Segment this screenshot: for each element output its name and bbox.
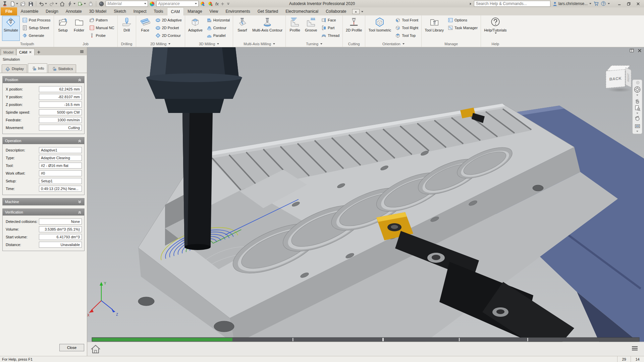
time-field[interactable]: 0:49:13 (22.2%) New... — [39, 186, 82, 192]
tab-file[interactable]: File — [1, 7, 17, 15]
help-tutorials-dropdown[interactable] — [495, 33, 497, 34]
material-dropdown-arrow[interactable] — [144, 3, 146, 4]
drill-button[interactable]: Drill — [119, 16, 135, 41]
feedrate-field[interactable]: 1000 mm/min — [39, 117, 82, 123]
view-cube-right-face[interactable]: RIGHT — [626, 67, 631, 87]
iproperties-dropdown[interactable] — [73, 3, 75, 4]
doc-tab-cam[interactable]: CAM — [16, 49, 35, 55]
tab-cam[interactable]: CAM — [167, 7, 184, 15]
generate-button[interactable]: Generate — [20, 32, 52, 39]
spindle-speed-field[interactable]: 5000 rpm CW — [39, 109, 82, 115]
tool-isometric-button[interactable]: Tool Isometric — [367, 16, 393, 41]
tab-get-started[interactable]: Get Started — [254, 7, 282, 15]
view-cube[interactable]: RIGHT BACK — [604, 63, 637, 97]
group-label-turning[interactable]: Turning — [287, 41, 341, 47]
zoom-icon[interactable] — [633, 104, 642, 112]
material-combobox[interactable]: Material — [106, 1, 148, 7]
distance-field[interactable]: Unavailable — [39, 242, 82, 248]
turning-groove-button[interactable]: Groove — [303, 16, 319, 41]
home-button[interactable] — [59, 0, 66, 7]
machine-section-header[interactable]: Machine — [3, 198, 84, 205]
open-button[interactable] — [19, 0, 26, 7]
tab-view[interactable]: View — [206, 7, 222, 15]
horizontal-button[interactable]: Horizontal — [205, 16, 232, 24]
tab-info[interactable]: Info — [28, 63, 47, 73]
navigation-wheel-icon[interactable] — [633, 85, 642, 94]
inventor-logo[interactable]: PRO — [1, 0, 8, 7]
minimize-button[interactable] — [614, 0, 624, 7]
navigation-wheel-dropdown[interactable] — [633, 94, 642, 97]
close-document-icon[interactable] — [638, 49, 642, 53]
swarf-button[interactable]: Swarf — [234, 16, 250, 41]
close-window-button[interactable] — [633, 0, 643, 7]
tool-library-button[interactable]: Tool Library — [423, 16, 445, 41]
collapse-icon[interactable] — [77, 78, 82, 82]
close-cam-tab-icon[interactable] — [29, 51, 32, 54]
tool-right-button[interactable]: Tool Right — [393, 24, 420, 32]
render-sphere-icon[interactable] — [98, 0, 105, 7]
tab-design[interactable]: Design — [42, 7, 62, 15]
tab-manage[interactable]: Manage — [184, 7, 206, 15]
help-tutorials-button[interactable]: Help/Tutorials — [482, 16, 508, 41]
restore-button[interactable] — [624, 0, 633, 7]
tab-inspect[interactable]: Inspect — [130, 7, 150, 15]
z-position-field[interactable]: -16.5 mm — [39, 102, 82, 108]
2d-profile-button[interactable]: 2D Profile — [344, 16, 364, 41]
2d-milling-dropdown-arrow[interactable] — [168, 43, 170, 45]
contour-button[interactable]: Contour — [205, 24, 232, 32]
tab-tools[interactable]: Tools — [150, 7, 167, 15]
options-button[interactable]: Options — [446, 16, 479, 24]
qat-add-button[interactable] — [220, 0, 225, 7]
redo-button[interactable] — [48, 0, 58, 7]
operation-section-header[interactable]: Operation — [3, 137, 84, 144]
volume-field[interactable]: 3.5385 dm^3 (55.1%) — [39, 226, 82, 232]
post-process-button[interactable]: Post Process — [20, 16, 52, 24]
panel-menu-button[interactable] — [79, 49, 86, 55]
setup-button[interactable]: Setup — [55, 16, 71, 41]
group-label-orientation[interactable]: Orientation — [367, 41, 420, 47]
parameters-fx-button[interactable]: fx — [215, 0, 219, 7]
group-label-toolpath[interactable]: Toolpath — [2, 41, 52, 47]
navbar-close-icon[interactable] — [633, 80, 642, 85]
orbit-icon[interactable] — [633, 115, 642, 122]
new-file-dropdown[interactable] — [16, 3, 18, 4]
clear-appearance-icon[interactable] — [207, 0, 214, 7]
group-label-manage[interactable]: Manage — [423, 41, 479, 47]
adaptive-button[interactable]: Adaptive — [186, 16, 204, 41]
group-label-help[interactable]: Help — [482, 41, 508, 47]
setup-field[interactable]: Setup1 — [39, 178, 82, 184]
navbar-customize-dropdown[interactable] — [633, 130, 642, 133]
search-expand-arrow[interactable] — [470, 2, 472, 5]
tab-3d-model[interactable]: 3D Model — [86, 7, 110, 15]
add-browser-tab-button[interactable] — [35, 49, 42, 55]
x-position-field[interactable]: 62.2425 mm — [39, 86, 82, 92]
task-manager-button[interactable]: Task Manager — [446, 24, 479, 32]
view-cube-front-face[interactable]: BACK — [606, 69, 625, 88]
measure-button[interactable] — [87, 0, 94, 7]
tab-collaborate[interactable]: Collaborate — [322, 7, 350, 15]
3d-milling-dropdown-arrow[interactable] — [217, 43, 219, 45]
group-label-cutting[interactable]: Cutting — [344, 41, 364, 47]
2d-pocket-button[interactable]: 2D Pocket — [154, 24, 183, 32]
update-dropdown[interactable] — [84, 3, 86, 4]
position-section-header[interactable]: Position — [3, 76, 84, 83]
face-button[interactable]: Face — [138, 16, 153, 41]
detected-collisions-field[interactable]: None — [39, 219, 82, 225]
orientation-dropdown-arrow[interactable] — [402, 43, 405, 45]
undo-button[interactable] — [38, 0, 48, 7]
y-position-field[interactable]: -82.8107 mm — [39, 94, 82, 100]
group-label-multi-axis[interactable]: Multi-Axis Milling — [234, 41, 284, 47]
tab-electromechanical[interactable]: Electromechanical — [282, 7, 322, 15]
parallel-button[interactable]: Parallel — [205, 32, 232, 39]
tab-assemble[interactable]: Assemble — [17, 7, 42, 15]
tab-sketch[interactable]: Sketch — [110, 7, 130, 15]
tool-field[interactable]: #2 - Ø16 mm flat — [39, 163, 82, 169]
group-label-drilling[interactable]: Drilling — [119, 41, 135, 47]
tab-annotate[interactable]: Annotate — [62, 7, 86, 15]
manual-nc-button[interactable]: Manual NC — [88, 24, 116, 32]
store-cart-button[interactable] — [593, 1, 599, 6]
group-label-3d-milling[interactable]: 3D Milling — [186, 41, 231, 47]
user-dropdown-arrow[interactable] — [589, 3, 591, 4]
zoom-dropdown[interactable] — [633, 112, 642, 115]
3d-scene[interactable]: Y X Z — [87, 47, 644, 356]
